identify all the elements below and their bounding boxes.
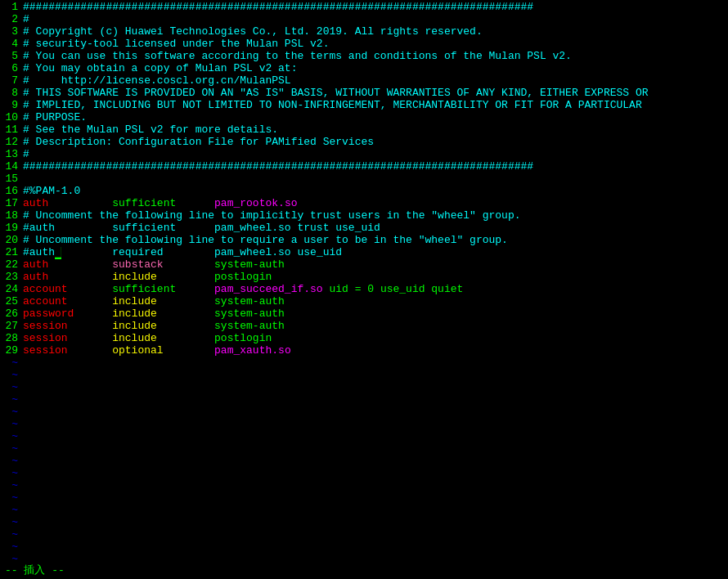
line-number: 7 [0,75,23,88]
text-segment: system-auth [157,295,285,307]
line-content: # Description: Configuration File for PA… [23,137,728,149]
line: ~ [0,419,728,431]
line-number: 12 [0,137,23,149]
line-number: ~ [0,468,23,480]
line-number: ~ [0,517,23,529]
text-segment [68,320,113,332]
line: 8# THIS SOFTWARE IS PROVIDED ON AN "AS I… [0,88,728,100]
line-content: #auth█ required pam_wheel.so use_uid [23,247,728,259]
text-segment: # You may obtain a copy of Mulan PSL v2 … [23,62,297,74]
line-content: ########################################… [23,161,728,173]
line-number: ~ [0,456,23,468]
line: 1#######################################… [0,2,728,14]
text-segment: # IMPLIED, INCLUDING BUT NOT LIMITED TO … [23,99,642,111]
line-content: #auth sufficient pam_wheel.so trust use_… [23,222,728,235]
line: 18# Uncomment the following line to impl… [0,210,728,222]
line-number: ~ [0,480,23,492]
text-segment: substack [112,258,163,271]
text-segment: # You can use this software according to… [23,50,572,62]
text-segment [68,332,113,344]
line-number: ~ [0,382,23,394]
line-number: 11 [0,124,23,137]
text-segment: auth [23,258,48,271]
line: ~ [0,517,728,529]
line-number: 23 [0,272,23,284]
text-segment: pam_rootok.so [214,197,297,209]
text-segment: postlogin [157,332,272,344]
line-number: 25 [0,296,23,308]
line-number: 4 [0,38,23,51]
line-content: # IMPLIED, INCLUDING BUT NOT LIMITED TO … [23,100,728,112]
line-number: 14 [0,161,23,173]
line-content [23,173,728,186]
line-content: account sufficient pam_succeed_if.so uid… [23,284,728,296]
cursor: █ [55,247,61,259]
line-number: 6 [0,63,23,75]
text-segment: system-auth [164,258,285,271]
text-segment [164,344,214,357]
line: 6# You may obtain a copy of Mulan PSL v2… [0,63,728,75]
line: ~ [0,406,728,419]
line-number: 19 [0,222,23,235]
line: 15 [0,173,728,186]
text-segment: pam_xauth.so [214,344,291,357]
line-content: auth sufficient pam_rootok.so [23,198,728,210]
line-number: 18 [0,210,23,222]
line-content: # [23,149,728,161]
text-segment: session [23,320,68,332]
text-segment: session [23,344,68,357]
line-number: ~ [0,370,23,382]
line-number: 3 [0,26,23,38]
line: ~ [0,480,728,492]
text-segment: include [112,295,157,307]
text-segment: include [112,271,157,283]
line: ~ [0,505,728,517]
line-number: 15 [0,173,23,186]
text-segment: ########################################… [23,1,533,13]
text-segment: # http://license.coscl.org.cn/MulanPSL [23,74,291,87]
line: ~ [0,554,728,563]
text-segment: include [112,332,157,344]
line-content: password include system-auth [23,308,728,321]
line-content: # Uncomment the following line to requir… [23,235,728,247]
line-content: # Copyright (c) Huawei Technologies Co.,… [23,26,728,38]
line-number: 2 [0,14,23,26]
line-number: ~ [0,541,23,554]
line-content: auth substack system-auth [23,259,728,272]
line: ~ [0,492,728,505]
editor: 1#######################################… [0,0,728,579]
line-number: 24 [0,284,23,296]
text-segment: # Uncomment the following line to requir… [23,234,508,246]
line-content: # You can use this software according to… [23,51,728,63]
line-number: 8 [0,88,23,100]
text-segment: pam_succeed_if.so [214,283,323,295]
line-content: # Uncomment the following line to implic… [23,210,728,222]
text-segment: account [23,295,68,307]
line-number: 21 [0,247,23,259]
line-number: ~ [0,443,23,456]
line: 3# Copyright (c) Huawei Technologies Co.… [0,26,728,38]
text-segment: required pam_wheel.so use_uid [61,246,342,258]
line: 20# Uncomment the following line to requ… [0,235,728,247]
line-number: ~ [0,492,23,505]
text-segment: postlogin [157,271,272,283]
line: ~ [0,456,728,468]
text-segment: include [112,307,157,320]
line-number: ~ [0,529,23,541]
line-number: ~ [0,357,23,370]
text-segment: # [23,148,29,160]
line: 7# http://license.coscl.org.cn/MulanPSL [0,75,728,88]
text-segment: # PURPOSE. [23,111,87,123]
text-segment: auth [23,271,48,283]
line-number: 9 [0,100,23,112]
text-segment: #auth [23,246,55,258]
line: 24account sufficient pam_succeed_if.so u… [0,284,728,296]
line: 21#auth█ required pam_wheel.so use_uid [0,247,728,259]
line-number: 1 [0,2,23,14]
text-segment: sufficient [68,283,214,295]
line-content: # security-tool licensed under the Mulan… [23,38,728,51]
line: 14######################################… [0,161,728,173]
line-content: ########################################… [23,2,728,14]
text-segment: include [112,320,157,332]
line-number: ~ [0,406,23,419]
